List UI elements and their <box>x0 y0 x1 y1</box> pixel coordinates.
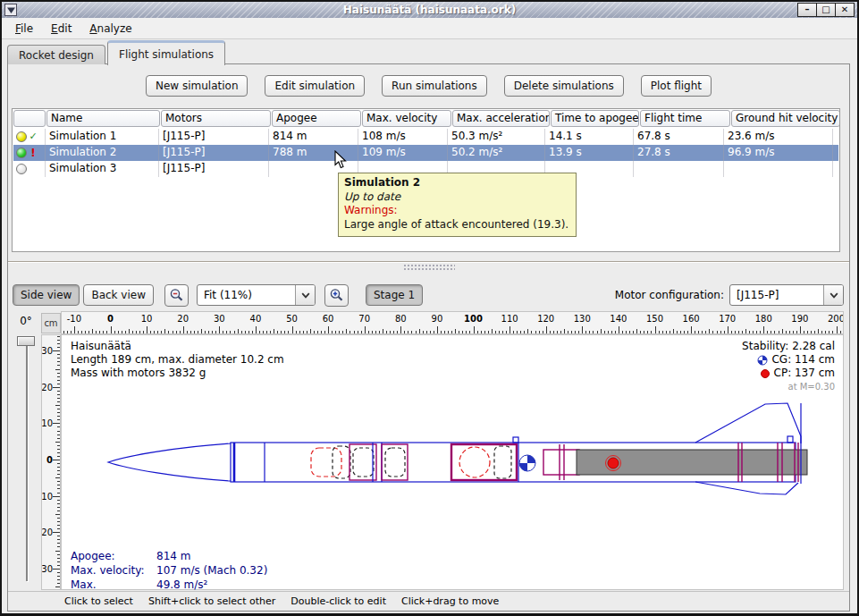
tab-rocket-design[interactable]: Rocket design <box>7 45 105 64</box>
maximize-button[interactable]: □ <box>817 4 835 16</box>
close-button[interactable]: ✕ <box>836 4 854 16</box>
menu-analyze[interactable]: Analyze <box>80 19 140 38</box>
shock-cord-symbol[interactable] <box>333 446 350 478</box>
fin-top[interactable] <box>695 403 801 443</box>
ruler-tick <box>57 525 60 526</box>
ruler-tick <box>539 331 540 333</box>
ruler-tick <box>633 331 634 333</box>
window-menu-icon[interactable] <box>4 4 17 16</box>
launch-lug[interactable] <box>513 437 518 443</box>
ruler-tick <box>150 331 151 333</box>
ruler-tick <box>767 331 768 333</box>
ruler-tick <box>821 331 822 333</box>
split-pane-divider[interactable] <box>403 264 455 272</box>
motor-mount-tube[interactable] <box>543 450 579 475</box>
ruler-tick <box>560 331 561 333</box>
ruler-tick <box>57 435 60 435</box>
ruler-tick <box>796 331 797 333</box>
delete-simulations-button[interactable]: Delete simulations <box>504 75 624 97</box>
table-row[interactable]: !Simulation 2[J115-P]788 m109 m/s50.2 m/… <box>13 145 838 161</box>
parachute-symbol[interactable] <box>311 448 341 477</box>
ruler-tick <box>502 331 503 333</box>
ruler-tick <box>328 326 329 333</box>
ruler-tick <box>57 474 60 475</box>
flight-info-row: Apogee:814 m <box>71 549 267 563</box>
cg-icon <box>757 355 768 366</box>
ruler-tick <box>524 331 525 333</box>
side-view-button[interactable]: Side view <box>13 284 80 306</box>
ruler-tick <box>103 331 104 333</box>
minimize-button[interactable]: – <box>798 4 816 16</box>
ruler-tick <box>742 331 743 333</box>
run-simulations-button[interactable]: Run simulations <box>382 75 487 97</box>
ruler-tick <box>53 532 60 533</box>
column-header-name[interactable]: Name <box>46 110 160 127</box>
column-header-max-acceleration[interactable]: Max. acceleration <box>452 110 550 127</box>
zoom-select[interactable]: Fit (11%) <box>197 284 316 306</box>
column-header-flight-time[interactable]: Flight time <box>640 110 730 127</box>
inner-tube[interactable] <box>382 444 408 480</box>
table-body: ✓Simulation 1[J115-P]814 m108 m/s50.3 m/… <box>13 129 838 177</box>
ruler-tick <box>88 331 89 333</box>
ruler-tick <box>270 331 271 333</box>
launch-lug[interactable] <box>787 436 793 443</box>
ruler-tick <box>114 331 115 333</box>
ruler-tick <box>57 583 60 584</box>
ruler-tick <box>67 331 68 333</box>
ruler-label: -10 <box>41 418 53 428</box>
rotation-slider[interactable] <box>11 336 41 586</box>
ruler-label: 20 <box>177 314 189 324</box>
mass-object[interactable] <box>353 448 374 477</box>
motor-configuration-select[interactable]: [J115-P] <box>729 284 844 306</box>
ruler-tick <box>281 331 282 333</box>
column-header-max-velocity[interactable]: Max. velocity <box>362 110 451 127</box>
ruler-tick <box>644 331 644 333</box>
column-header-motors[interactable]: Motors <box>161 110 271 127</box>
zoom-out-button[interactable] <box>164 284 189 307</box>
column-header-time-to-apogee[interactable]: Time to apogee <box>551 110 639 127</box>
menu-edit[interactable]: Edit <box>42 19 80 38</box>
titlebar[interactable]: Haisunäätä (haisunaata.ork) – □ ✕ <box>2 2 857 18</box>
ruler-tick <box>266 331 267 333</box>
mass-object[interactable] <box>385 448 405 477</box>
warning-status-icon <box>16 148 27 158</box>
ruler-tick <box>481 331 482 333</box>
tooltip-title: Simulation 2 <box>344 176 568 190</box>
column-header-apogee[interactable]: Apogee <box>272 110 361 127</box>
ruler-tick <box>404 331 405 333</box>
ruler-tick <box>57 445 60 446</box>
status-cell: ! <box>13 145 46 161</box>
back-view-button[interactable]: Back view <box>83 284 154 306</box>
ruler-tick <box>78 331 79 333</box>
ruler-tick <box>296 331 297 333</box>
parachute-symbol[interactable] <box>459 447 490 477</box>
nose-cone[interactable] <box>108 443 231 481</box>
ruler-tick <box>157 331 158 333</box>
ruler-tick <box>434 331 434 333</box>
zoom-in-button[interactable] <box>324 284 349 307</box>
rocket-canvas[interactable]: HaisunäätäLength 189 cm, max. diameter 1… <box>61 334 844 590</box>
ruler-tick <box>85 331 86 333</box>
tab-flight-simulations[interactable]: Flight simulations <box>107 40 225 65</box>
column-header-status[interactable] <box>13 110 46 127</box>
menu-file[interactable]: File <box>6 19 42 38</box>
ruler-tick <box>818 329 819 333</box>
edit-simulation-button[interactable]: Edit simulation <box>265 75 365 97</box>
ruler-tick <box>57 409 60 409</box>
table-cell: 108 m/s <box>358 129 448 145</box>
mass-object[interactable] <box>494 446 511 478</box>
rotation-slider-thumb[interactable] <box>17 336 35 346</box>
column-header-ground-hit-velocity[interactable]: Ground hit velocity <box>731 110 840 127</box>
new-simulation-button[interactable]: New simulation <box>146 75 248 97</box>
ruler-tick <box>575 331 576 333</box>
ruler-tick <box>622 331 623 333</box>
window-icon-glyph <box>6 5 16 15</box>
plot-flight-button[interactable]: Plot flight <box>641 75 712 97</box>
table-row[interactable]: ✓Simulation 1[J115-P]814 m108 m/s50.3 m/… <box>13 129 838 145</box>
stage-1-button[interactable]: Stage 1 <box>366 284 423 306</box>
ruler-tick <box>346 329 347 333</box>
ruler-tick <box>63 331 64 333</box>
fin-bottom[interactable] <box>695 482 798 494</box>
magnifier-minus-icon <box>169 288 184 303</box>
ruler-tick <box>53 460 60 460</box>
